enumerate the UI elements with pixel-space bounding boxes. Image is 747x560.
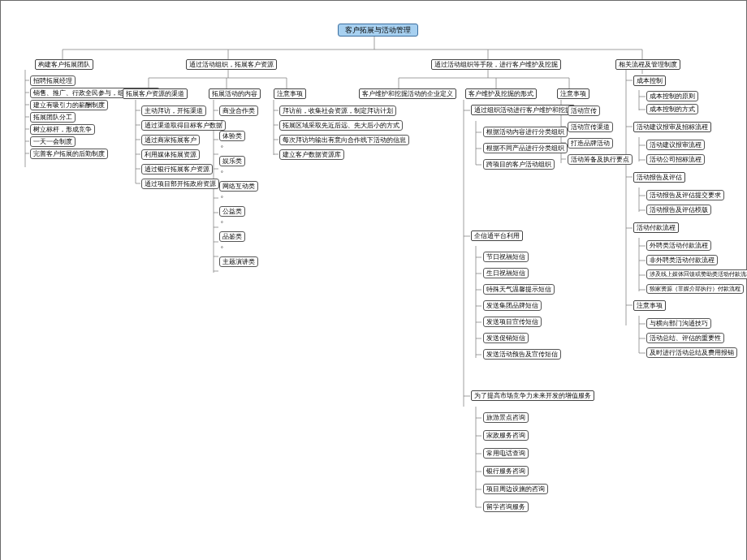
leaf[interactable]: 跨项目的客户活动组织 <box>483 159 555 170</box>
branch-process-rules[interactable]: 相关流程及管理制度 <box>615 59 680 70</box>
leaf[interactable]: 娱乐类 <box>219 156 245 166</box>
leaf[interactable]: 拓展区域采取先近后远、先大后小的方式 <box>279 120 403 131</box>
label: 一天一会制度 <box>33 138 72 145</box>
leaf[interactable]: 常用电话查询 <box>483 448 529 459</box>
label: 活动公司招标流程 <box>650 156 702 163</box>
leaf[interactable]: 旅游景点咨询 <box>483 412 529 423</box>
leaf[interactable]: 与横向部门沟通技巧 <box>646 318 711 329</box>
group-activities[interactable]: 通过组织活动进行客户维护和挖掘 <box>471 105 575 115</box>
leaf[interactable]: 活动筹备及执行要点 <box>568 154 633 165</box>
sub-notes-b3[interactable]: 注意事项 <box>557 88 589 99</box>
leaf[interactable]: 主动拜访，开拓渠道 <box>141 106 206 116</box>
label: 活动建议报审及招标流程 <box>637 123 708 131</box>
leaf[interactable]: 活动公司招标流程 <box>646 154 705 165</box>
leaf[interactable]: 建立客户数据资源库 <box>279 149 344 160</box>
label: 主题演讲类 <box>222 258 255 265</box>
leaf[interactable]: 根据活动内容进行分类组织 <box>483 127 568 137</box>
sub-cost-control[interactable]: 成本控制 <box>633 75 666 86</box>
group-sms-platform[interactable]: 企信通平台利用 <box>471 230 523 241</box>
leaf[interactable]: 通过渠道取得目标客户数据 <box>141 120 226 131</box>
leaf[interactable]: 通过银行拓展客户资源 <box>141 164 213 174</box>
leaf-dot: ° <box>219 120 225 127</box>
leaf[interactable]: 外聘类活动付款流程 <box>646 240 711 251</box>
leaf-dot: ° <box>219 196 225 202</box>
leaf[interactable]: 生日祝福短信 <box>483 268 529 278</box>
label: ° <box>221 120 223 126</box>
leaf[interactable]: 留学咨询服务 <box>483 502 529 512</box>
label: 客户维护及挖掘的形式 <box>468 90 533 97</box>
leaf[interactable]: 拓展团队分工 <box>30 112 76 123</box>
label: 拓展团队分工 <box>33 114 72 121</box>
leaf[interactable]: 非外聘类活动付款流程 <box>646 255 718 265</box>
leaf[interactable]: 完善客户拓展的后勤制度 <box>30 149 108 159</box>
label: 网络互动类 <box>222 183 255 190</box>
label: ° <box>221 170 223 176</box>
leaf[interactable]: 发送项目宣传短信 <box>483 317 542 327</box>
leaf[interactable]: 节日祝福短信 <box>483 252 529 262</box>
label: 拓展区域采取先近后远、先大后小的方式 <box>283 122 399 129</box>
leaf[interactable]: 独家资源（非媒介部执行）付款流程 <box>646 284 744 294</box>
leaf[interactable]: 成本控制的方式 <box>646 104 698 114</box>
leaf[interactable]: 活动报告及评估提交要求 <box>646 190 724 200</box>
leaf[interactable]: 涉及线上媒体回馈或赞助类活动付款流程 <box>646 269 747 279</box>
sub-forms[interactable]: 客户维护及挖掘的形式 <box>465 88 537 99</box>
leaf[interactable]: 活动宣传 <box>568 106 600 116</box>
leaf[interactable]: 招聘拓展经理 <box>30 75 76 86</box>
leaf[interactable]: 网络互动类 <box>219 181 258 192</box>
leaf[interactable]: 树立标杆，形成竞争 <box>30 124 95 135</box>
leaf[interactable]: 公益类 <box>219 206 245 217</box>
sub-report-eval[interactable]: 活动报告及评估 <box>633 172 685 183</box>
leaf[interactable]: 活动宣传渠道 <box>568 122 613 132</box>
root-node[interactable]: 客户拓展与活动管理 <box>338 24 418 37</box>
leaf[interactable]: 活动总结、评估的重要性 <box>646 333 724 343</box>
label: 通过银行拓展客户资源 <box>145 166 209 173</box>
sub-payment[interactable]: 活动付款流程 <box>633 222 679 233</box>
leaf[interactable]: 每次拜访均输出有意向合作线下活动的信息 <box>279 135 409 145</box>
branch-events-expand[interactable]: 通过活动组织，拓展客户资源 <box>186 59 277 70</box>
label: 活动报告及评估 <box>637 174 682 181</box>
leaf[interactable]: 通过项目部开拓政府资源 <box>141 179 219 189</box>
sub-activity-content[interactable]: 拓展活动的内容 <box>209 88 261 99</box>
sub-notes-b2[interactable]: 注意事项 <box>274 88 306 99</box>
leaf[interactable]: 利用媒体拓展资源 <box>141 149 200 160</box>
leaf[interactable]: 家政服务咨询 <box>483 430 529 441</box>
branch-build-team[interactable]: 构建客户拓展团队 <box>35 59 93 70</box>
sub-channels[interactable]: 拓展客户资源的渠道 <box>123 88 188 99</box>
leaf[interactable]: 建立有吸引力的薪酬制度 <box>30 100 108 110</box>
label: 特殊天气温馨提示短信 <box>486 286 551 293</box>
branch-maintain-mine[interactable]: 通过活动组织等手段，进行客户维护及挖掘 <box>431 59 561 70</box>
leaf[interactable]: 根据不同产品进行分类组织 <box>483 143 568 153</box>
sub-definition[interactable]: 客户维护和挖掘活动的企业定义 <box>359 88 456 99</box>
sub-proposal-bid[interactable]: 活动建议报审及招标流程 <box>633 122 711 132</box>
label: 招聘拓展经理 <box>33 77 72 84</box>
leaf[interactable]: 及时进行活动总结及费用报销 <box>646 347 737 358</box>
leaf[interactable]: 商业合作类 <box>219 106 258 116</box>
label: 通过渠道取得目标客户数据 <box>145 122 222 129</box>
group-value-added[interactable]: 为了提高市场竞争力未来开发的增值服务 <box>471 390 594 401</box>
label: 拜访前，收集社会资源，制定拜访计划 <box>283 107 393 114</box>
leaf[interactable]: 打造品牌活动 <box>568 138 613 149</box>
leaf[interactable]: 银行服务咨询 <box>483 466 529 476</box>
leaf[interactable]: 一天一会制度 <box>30 136 76 147</box>
leaf[interactable]: 活动报告及评估模版 <box>646 205 711 215</box>
label: 留学咨询服务 <box>486 503 525 510</box>
leaf[interactable]: 发送促销短信 <box>483 333 529 343</box>
label: 主动拜访，开拓渠道 <box>145 107 203 114</box>
label: 相关流程及管理制度 <box>619 61 677 68</box>
leaf[interactable]: 项目周边设施的咨询 <box>483 484 548 494</box>
label: 注意事项 <box>560 90 586 97</box>
label: 拓展活动的内容 <box>212 90 257 97</box>
label: 涉及线上媒体回馈或赞助类活动付款流程 <box>650 271 747 277</box>
leaf-dot: ° <box>219 246 225 252</box>
leaf[interactable]: 品鉴类 <box>219 231 245 242</box>
leaf[interactable]: 活动建议报审流程 <box>646 140 705 150</box>
sub-notes-b4[interactable]: 注意事项 <box>633 300 666 311</box>
leaf[interactable]: 体验类 <box>219 131 245 141</box>
leaf[interactable]: 主题演讲类 <box>219 256 258 267</box>
leaf[interactable]: 通过商家拓展客户 <box>141 135 200 145</box>
leaf[interactable]: 成本控制的原则 <box>646 91 698 101</box>
leaf[interactable]: 拜访前，收集社会资源，制定拜访计划 <box>279 106 396 116</box>
leaf[interactable]: 特殊天气温馨提示短信 <box>483 284 555 295</box>
leaf[interactable]: 发送活动预告及宣传短信 <box>483 349 561 360</box>
leaf[interactable]: 发送集团品牌短信 <box>483 300 542 311</box>
